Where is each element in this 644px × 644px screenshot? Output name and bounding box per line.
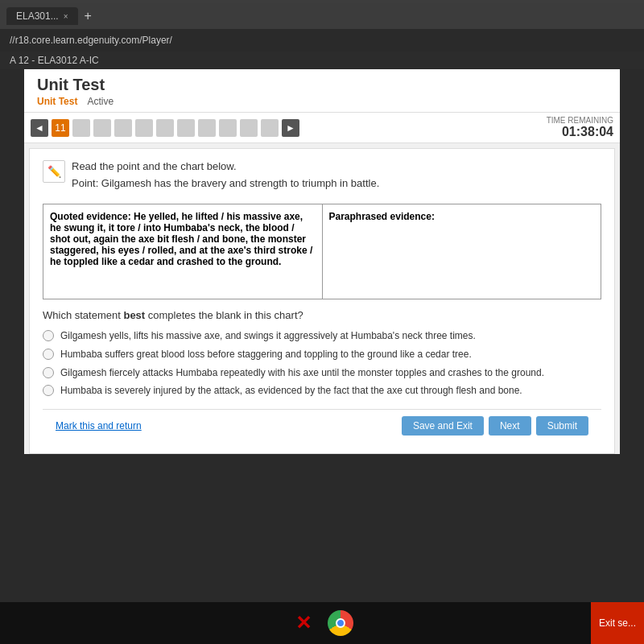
instructions-area: ✏️ Read the point and the chart below. P… [43, 160, 601, 197]
browser-chrome: ELA301... × + //r18.core.learn.edgenuity… [0, 0, 644, 52]
q-nav-10[interactable] [261, 119, 279, 137]
paraphrase-input[interactable] [329, 225, 595, 290]
question-text-part2: completes the blank in this chart? [145, 309, 303, 321]
app-header: A 12 - ELA3012 A-IC [0, 52, 644, 69]
desktop: ELA301... × + //r18.core.learn.edgenuity… [0, 0, 644, 644]
question-prompt: Which statement best completes the blank… [43, 309, 601, 321]
bottom-action-bar: Mark this and return Save and Exit Next … [43, 409, 601, 442]
action-buttons: Save and Exit Next Submit [402, 416, 588, 436]
question-11-btn[interactable]: 11 [52, 119, 69, 137]
x-app-icon[interactable]: ✕ [289, 609, 318, 638]
prev-question-btn[interactable]: ◄ [31, 119, 48, 137]
question-toolbar: ◄ 11 ► TIME REMAINING 01:38:04 [24, 113, 620, 143]
answer-choice-a[interactable]: Gilgamesh yells, lifts his massive axe, … [43, 329, 601, 343]
q-nav-6[interactable] [177, 119, 195, 137]
quoted-evidence-col: Quoted evidence: He yelled, he lifted / … [43, 204, 323, 299]
exit-session-btn[interactable]: Exit se... [591, 602, 644, 644]
chrome-logo [328, 610, 353, 636]
breadcrumb-unit-test: Unit Test [37, 96, 77, 107]
quoted-label: Quoted evidence: He yelled, he lifted / … [50, 211, 316, 267]
address-bar[interactable]: //r18.core.learn.edgenuity.com/Player/ [0, 29, 644, 52]
time-label: TIME REMAINING [547, 116, 613, 125]
q-nav-3[interactable] [114, 119, 132, 137]
choice-a-text: Gilgamesh yells, lifts his massive axe, … [60, 329, 476, 343]
paraphrase-col: Paraphrased evidence: [323, 204, 601, 299]
choice-d-text: Humbaba is severely injured by the attac… [60, 384, 522, 398]
q-nav-9[interactable] [240, 119, 258, 137]
time-value: 01:38:04 [547, 125, 613, 139]
next-button[interactable]: Next [489, 416, 531, 436]
choice-b-text: Humbaba suffers great blood loss before … [60, 348, 472, 361]
answer-choice-d[interactable]: Humbaba is severely injured by the attac… [43, 384, 601, 398]
quoted-label-text: Quoted evidence: [50, 211, 131, 222]
mark-return-link[interactable]: Mark this and return [56, 420, 142, 431]
tab-title: ELA301... [16, 10, 59, 22]
new-tab-btn[interactable]: + [85, 9, 92, 23]
breadcrumb-status: Active [87, 96, 114, 107]
read-instructions: Read the point and the chart below. [72, 160, 379, 172]
content-header: Unit Test Unit Test Active [24, 69, 620, 113]
radio-a[interactable] [43, 330, 54, 341]
url-text: //r18.core.learn.edgenuity.com/Player/ [10, 35, 172, 46]
q-nav-5[interactable] [156, 119, 174, 137]
paraphrase-label: Paraphrased evidence: [329, 211, 595, 222]
pencil-icon: ✏️ [43, 160, 65, 183]
choice-c-text: Gilgamesh fiercely attacks Humbaba repea… [60, 366, 544, 380]
radio-d[interactable] [43, 385, 54, 396]
taskbar: ✕ Exit se... [0, 602, 644, 644]
main-content: Unit Test Unit Test Active ◄ 11 ► TIME R… [24, 69, 620, 454]
answer-choice-b[interactable]: Humbaba suffers great blood loss before … [43, 348, 601, 361]
q-nav-4[interactable] [135, 119, 153, 137]
tab-close-btn[interactable]: × [64, 12, 68, 21]
chrome-inner-circle [336, 618, 345, 628]
chrome-app-icon[interactable] [326, 609, 355, 638]
tab-bar: ELA301... × + [0, 3, 644, 29]
radio-b[interactable] [43, 349, 54, 360]
q-nav-8[interactable] [219, 119, 237, 137]
q-nav-2[interactable] [93, 119, 111, 137]
radio-c[interactable] [43, 367, 54, 378]
breadcrumb: A 12 - ELA3012 A-IC [10, 55, 99, 66]
timer-display: TIME REMAINING 01:38:04 [547, 116, 613, 139]
x-logo: ✕ [295, 612, 312, 634]
answer-choice-c[interactable]: Gilgamesh fiercely attacks Humbaba repea… [43, 366, 601, 380]
question-text-part1: Which statement [43, 309, 123, 321]
save-exit-button[interactable]: Save and Exit [402, 416, 484, 436]
instructions-text: Read the point and the chart below. Poin… [72, 160, 379, 197]
page-breadcrumb: Unit Test Active [37, 96, 607, 107]
page-title: Unit Test [37, 76, 607, 94]
q-nav-1[interactable] [72, 119, 90, 137]
browser-tab[interactable]: ELA301... × [6, 7, 78, 25]
answer-choices: Gilgamesh yells, lifts his massive axe, … [43, 329, 601, 398]
evidence-table: Quoted evidence: He yelled, he lifted / … [43, 204, 601, 299]
next-question-btn[interactable]: ► [282, 119, 299, 137]
question-area: ✏️ Read the point and the chart below. P… [29, 148, 615, 454]
question-bold: best [123, 309, 145, 321]
point-text: Point: Gilgamesh has the bravery and str… [72, 177, 379, 189]
q-nav-7[interactable] [198, 119, 216, 137]
submit-button[interactable]: Submit [536, 416, 588, 436]
